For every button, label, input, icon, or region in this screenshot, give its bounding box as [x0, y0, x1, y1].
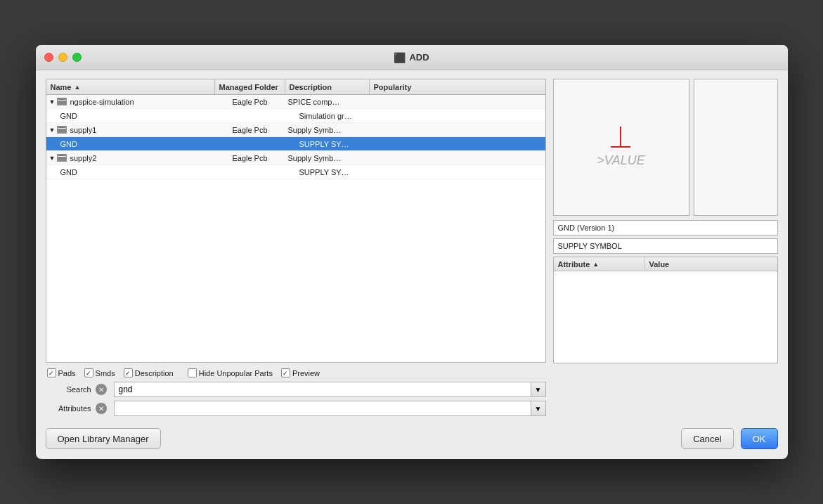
desc-cell: SUPPLY SY…: [297, 137, 381, 150]
content-area: Name ▲ Managed Folder Description Popula…: [36, 70, 788, 459]
attr-sort-arrow: ▲: [592, 261, 599, 268]
managed-cell: Eagle Pcb: [215, 95, 285, 108]
description-checkbox[interactable]: [124, 368, 133, 377]
expand-icon[interactable]: ▼: [49, 155, 56, 162]
table-row[interactable]: GND SUPPLY SY…: [46, 165, 545, 179]
preview-checkbox-item[interactable]: Preview: [281, 368, 320, 377]
attr-table-body: [554, 271, 777, 363]
title-icon: ⬛: [394, 52, 406, 63]
search-input[interactable]: [114, 382, 531, 397]
right-panel: >VALUE GND (Version 1) SUPPLY SYMBOL Att…: [553, 79, 778, 420]
pop-cell: [381, 109, 545, 122]
preview-label: Preview: [292, 369, 320, 377]
smds-checkbox[interactable]: [84, 368, 93, 377]
table-header: Name ▲ Managed Folder Description Popula…: [46, 79, 545, 95]
name-cell: ▼ supply2: [46, 151, 215, 164]
symbol-name-field: GND (Version 1): [553, 220, 778, 235]
preview-checkbox[interactable]: [281, 368, 290, 377]
gnd-line-horizontal: [611, 146, 630, 148]
main-area: Name ▲ Managed Folder Description Popula…: [46, 79, 778, 420]
search-dropdown-button[interactable]: ▼: [531, 382, 546, 397]
name-cell: GND: [58, 109, 226, 122]
library-icon: [57, 154, 67, 162]
attributes-input-container: ▼: [114, 401, 546, 416]
table-body[interactable]: ▼ ngspice-simulation Eagle Pcb SPICE com…: [46, 95, 545, 362]
right-buttons: Cancel OK: [681, 428, 777, 449]
expand-icon[interactable]: ▼: [49, 98, 56, 105]
pop-cell: [370, 151, 545, 164]
attributes-table: Attribute ▲ Value: [553, 257, 778, 363]
symbol-preview-alt: [694, 79, 778, 216]
buttons-row: Open Library Manager Cancel OK: [46, 428, 778, 449]
ok-button[interactable]: OK: [741, 428, 778, 449]
cancel-button[interactable]: Cancel: [681, 428, 733, 449]
minimize-button[interactable]: [58, 53, 67, 62]
table-row[interactable]: ▼ supply2 Eagle Pcb Supply Symb…: [46, 151, 545, 165]
app-window: ⬛ ADD Name ▲ Managed Folder: [36, 45, 788, 459]
pop-cell: [381, 137, 545, 150]
expand-icon[interactable]: ▼: [49, 127, 56, 134]
pop-cell: [381, 165, 545, 179]
col-description: Description: [285, 79, 370, 94]
managed-cell: Eagle Pcb: [215, 123, 285, 136]
hide-unpopular-label: Hide Unpopular Parts: [199, 369, 273, 377]
symbol-desc-field: SUPPLY SYMBOL: [553, 238, 778, 254]
smds-checkbox-item[interactable]: Smds: [84, 368, 115, 377]
open-library-manager-button[interactable]: Open Library Manager: [46, 428, 161, 449]
desc-cell: Supply Symb…: [285, 123, 370, 136]
managed-cell: Eagle Pcb: [215, 151, 285, 164]
symbol-preview: >VALUE: [553, 79, 689, 216]
desc-cell: Supply Symb…: [285, 151, 370, 164]
preview-area: >VALUE: [553, 79, 778, 216]
gnd-line-vertical: [620, 127, 621, 146]
library-icon: [57, 126, 67, 134]
left-panel: Name ▲ Managed Folder Description Popula…: [46, 79, 546, 420]
col-managed: Managed Folder: [215, 79, 285, 94]
pop-cell: [370, 123, 545, 136]
attributes-dropdown-button[interactable]: ▼: [531, 401, 546, 416]
search-clear-button[interactable]: ✕: [96, 384, 107, 395]
attributes-row: Attributes ✕ ▼: [46, 401, 546, 416]
col-popularity: Popularity: [370, 79, 545, 94]
gnd-symbol: >VALUE: [597, 127, 645, 168]
desc-cell: SUPPLY SY…: [297, 165, 381, 179]
table-row-selected[interactable]: GND SUPPLY SY…: [46, 137, 545, 151]
name-cell: GND: [58, 165, 226, 179]
library-table: Name ▲ Managed Folder Description Popula…: [46, 79, 546, 363]
attr-table-header: Attribute ▲ Value: [554, 257, 777, 271]
desc-cell: SPICE comp…: [285, 95, 370, 108]
attr-col-value: Value: [645, 257, 777, 271]
maximize-button[interactable]: [72, 53, 82, 62]
name-cell: ▼ ngspice-simulation: [46, 95, 215, 108]
name-cell: ▼ supply1: [46, 123, 215, 136]
attributes-clear-button[interactable]: ✕: [96, 403, 107, 414]
hide-unpopular-checkbox-item[interactable]: Hide Unpopular Parts: [188, 368, 273, 377]
pads-checkbox-item[interactable]: Pads: [47, 368, 76, 377]
search-input-container: ▼: [114, 382, 546, 397]
attributes-label: Attributes: [46, 404, 91, 413]
filter-checkboxes: Pads Smds Description Hide Unpopula: [46, 368, 546, 377]
smds-label: Smds: [96, 369, 115, 377]
pads-checkbox[interactable]: [47, 368, 56, 377]
pads-label: Pads: [58, 369, 76, 377]
name-cell: GND: [58, 137, 226, 150]
managed-cell: [226, 165, 297, 179]
title-text: ADD: [409, 52, 429, 63]
attributes-input[interactable]: [114, 401, 531, 416]
col-name: Name ▲: [46, 79, 215, 94]
managed-cell: [226, 109, 297, 122]
close-button[interactable]: [44, 53, 53, 62]
hide-unpopular-checkbox[interactable]: [188, 368, 197, 377]
table-row[interactable]: ▼ supply1 Eagle Pcb Supply Symb…: [46, 123, 545, 137]
table-row[interactable]: ▼ ngspice-simulation Eagle Pcb SPICE com…: [46, 95, 545, 109]
description-checkbox-item[interactable]: Description: [124, 368, 174, 377]
description-label: Description: [135, 369, 174, 377]
library-icon: [57, 98, 67, 105]
traffic-lights: [44, 53, 82, 62]
attr-col-name: Attribute ▲: [554, 257, 645, 271]
table-row[interactable]: GND Simulation gr…: [46, 109, 545, 123]
desc-cell: Simulation gr…: [297, 109, 381, 122]
gnd-value-text: >VALUE: [597, 153, 645, 168]
pop-cell: [370, 95, 545, 108]
window-title: ⬛ ADD: [394, 52, 429, 63]
